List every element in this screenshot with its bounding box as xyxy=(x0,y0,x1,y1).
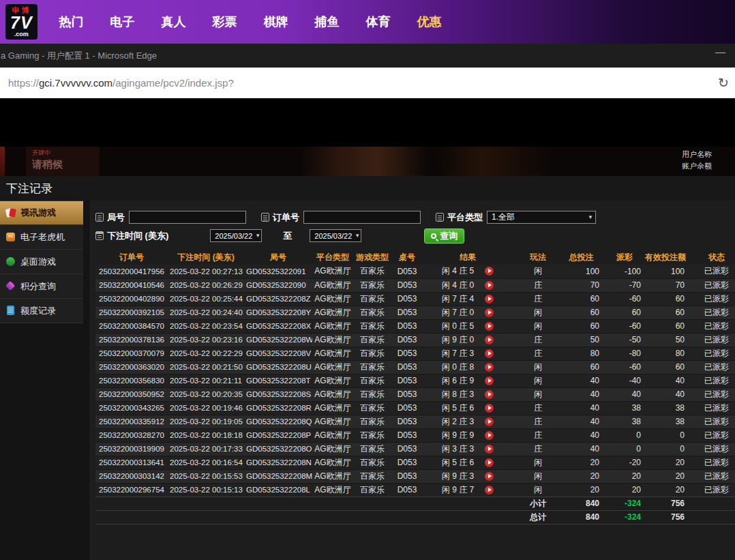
replay-icon[interactable] xyxy=(485,377,494,385)
result-text: 闲 5 庄 6 xyxy=(442,457,474,469)
cell-valid-bet: 50 xyxy=(645,333,698,347)
cell-game: 百家乐 xyxy=(353,483,391,497)
replay-icon[interactable] xyxy=(485,349,494,358)
cell-time: 2025-03-22 00:18:18 xyxy=(168,428,244,442)
cell-table_no: D053 xyxy=(391,442,423,456)
cell-play: 庄 xyxy=(513,347,563,360)
replay-icon[interactable] xyxy=(485,308,494,317)
sidebar-item[interactable]: 桌面游戏 xyxy=(0,250,83,274)
platform-select-value: 1.全部 xyxy=(492,211,515,223)
total-payout: -324 xyxy=(608,510,645,524)
column-header: 状态 xyxy=(698,250,735,265)
cell-result: 闲 7 庄 4 xyxy=(423,292,513,306)
cell-payout: 20 xyxy=(608,469,645,483)
cell-order: 250322000384570 xyxy=(95,319,168,333)
replay-icon[interactable] xyxy=(485,322,494,331)
cell-play: 闲 xyxy=(513,265,563,278)
cell-round: GD05325322208S xyxy=(244,387,312,401)
banner-image-fragment xyxy=(436,147,552,176)
replay-icon[interactable] xyxy=(485,458,494,467)
table-row: 2503220003781362025-03-22 00:23:16GD0532… xyxy=(95,333,735,347)
site-logo[interactable]: 申博 7V .com xyxy=(5,4,38,40)
bet-time-label: 下注时间 (美东) xyxy=(107,230,168,242)
nav-item[interactable]: 体育 xyxy=(366,14,391,30)
nav-item[interactable]: 热门 xyxy=(59,14,84,30)
cell-total-bet: 40 xyxy=(563,401,608,415)
total-spacer xyxy=(95,510,513,524)
refresh-icon[interactable]: ↻ xyxy=(718,75,729,91)
window-title: a Gaming - 用户配置 1 - Microsoft Edge xyxy=(0,50,157,62)
replay-icon[interactable] xyxy=(485,472,494,481)
cell-time: 2025-03-22 00:24:40 xyxy=(168,306,244,319)
replay-icon[interactable] xyxy=(485,281,494,290)
url-input[interactable]: https://gci.7vvvvvv.com/agingame/pcv2/in… xyxy=(8,77,234,89)
table-row: 2503220003921052025-03-22 00:24:40GD0532… xyxy=(95,306,735,319)
status-badge: 已派彩 xyxy=(698,374,735,387)
to-label: 至 xyxy=(283,230,292,242)
order-input[interactable] xyxy=(303,211,421,224)
date-from-select[interactable]: 2025/03/22 ▼ xyxy=(210,229,262,242)
chevron-down-icon: ▼ xyxy=(255,233,260,239)
cell-valid-bet: 80 xyxy=(645,347,698,360)
account-name-label: 用户名称 xyxy=(682,149,712,160)
result-text: 闲 9 庄 7 xyxy=(442,484,474,496)
subtotal-spacer xyxy=(95,497,513,510)
cell-total-bet: 40 xyxy=(563,442,608,456)
subtotal-row: 小计 840 -324 756 xyxy=(95,497,735,510)
menu-list-icon xyxy=(436,213,444,222)
cell-time: 2025-03-22 00:17:33 xyxy=(168,442,244,456)
table-row: 2503220003700792025-03-22 00:22:29GD0532… xyxy=(95,347,735,360)
sidebar-item-label: 桌面游戏 xyxy=(20,256,56,268)
replay-icon[interactable] xyxy=(485,295,494,304)
cell-round: GD05325322208V xyxy=(244,347,312,360)
cell-total-bet: 20 xyxy=(563,456,608,469)
slot-machine-icon xyxy=(5,232,16,242)
replay-icon[interactable] xyxy=(485,417,494,426)
nav-item[interactable]: 电子 xyxy=(110,14,135,30)
status-badge: 已派彩 xyxy=(698,387,735,401)
cell-round: GD05325322208Y xyxy=(244,306,312,319)
cell-play: 闲 xyxy=(513,387,563,401)
result-text: 闲 7 庄 4 xyxy=(442,293,474,305)
replay-icon[interactable] xyxy=(485,445,494,454)
replay-icon[interactable] xyxy=(485,404,494,413)
search-button[interactable]: 查询 xyxy=(424,229,464,244)
nav-item[interactable]: 棋牌 xyxy=(264,14,288,30)
cell-round: GD05325322208X xyxy=(244,319,312,333)
screen: 申博 7V .com 热门电子真人彩票棋牌捕鱼体育优惠 a Gaming - 用… xyxy=(0,0,735,560)
date-to-select[interactable]: 2025/03/22 ▼ xyxy=(310,229,361,242)
replay-icon[interactable] xyxy=(485,390,494,399)
cell-total-bet: 60 xyxy=(563,292,608,306)
replay-icon[interactable] xyxy=(485,486,494,495)
cell-table_no: D053 xyxy=(391,428,423,442)
nav-item[interactable]: 优惠 xyxy=(417,14,442,30)
sidebar-item[interactable]: 电子老虎机 xyxy=(0,225,83,250)
cell-order: 250322000313641 xyxy=(95,456,168,469)
sidebar-item[interactable]: 积分查询 xyxy=(0,274,83,299)
sidebar-item[interactable]: 视讯游戏 xyxy=(0,201,83,225)
cell-round: GD05325322208Z xyxy=(244,292,312,306)
replay-icon[interactable] xyxy=(485,363,494,372)
cell-platform: AG欧洲厅 xyxy=(312,278,353,292)
cell-total-bet: 20 xyxy=(563,469,608,483)
round-input[interactable] xyxy=(129,211,246,224)
page-viewport: 开牌中 请稍候 用户名称 账户余额 下注记录 视讯游戏电子老虎机桌面游戏积分查询… xyxy=(0,98,735,560)
cell-round: GD05325322208T xyxy=(244,374,312,387)
platform-select[interactable]: 1.全部 ▼ xyxy=(487,211,596,224)
cell-game: 百家乐 xyxy=(353,319,391,333)
replay-icon[interactable] xyxy=(485,267,494,276)
cell-play: 庄 xyxy=(513,333,563,347)
sidebar-item[interactable]: 额度记录 xyxy=(0,299,83,323)
nav-item[interactable]: 真人 xyxy=(162,14,186,30)
nav-item[interactable]: 彩票 xyxy=(213,14,237,30)
result-text: 闲 7 庄 3 xyxy=(442,348,474,359)
replay-icon[interactable] xyxy=(485,336,494,344)
total-row: 总计 840 -324 756 xyxy=(95,510,735,524)
cell-platform: AG欧洲厅 xyxy=(312,428,353,442)
cell-play: 闲 xyxy=(513,319,563,333)
status-badge: 已派彩 xyxy=(698,319,735,333)
nav-item[interactable]: 捕鱼 xyxy=(315,14,340,30)
replay-icon[interactable] xyxy=(485,431,494,440)
minimize-icon[interactable]: — xyxy=(715,46,725,57)
cell-round: GD05325322208L xyxy=(244,483,312,497)
